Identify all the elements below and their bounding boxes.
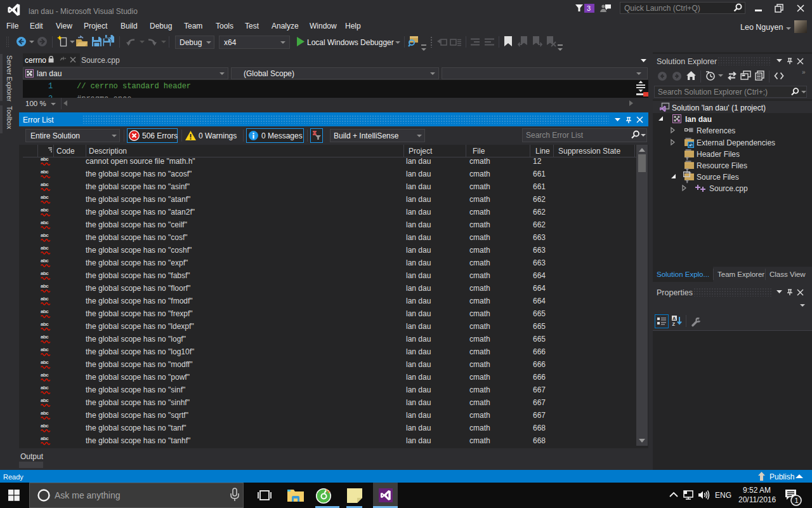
svg-text:1: 1 — [795, 497, 799, 504]
svg-text:A: A — [672, 316, 676, 321]
svg-text:Z: Z — [672, 321, 676, 327]
